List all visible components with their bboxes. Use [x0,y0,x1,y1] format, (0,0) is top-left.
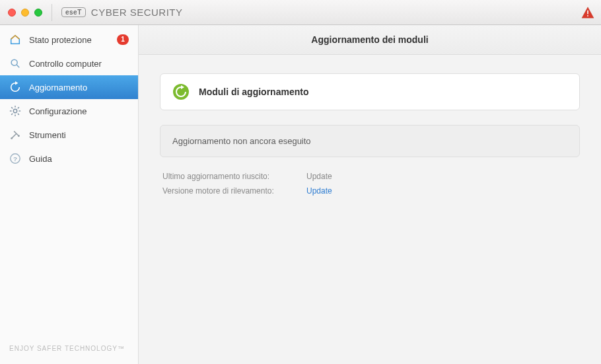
brand-logo: eseT [61,7,86,17]
sidebar-item-help[interactable]: ? Guida [0,147,138,170]
refresh-icon [9,81,21,93]
tools-icon [9,129,21,141]
engine-version-row: Versione motore di rilevamento: Update [162,184,577,198]
gear-icon [9,105,21,117]
svg-point-13 [11,137,13,139]
zoom-window-button[interactable] [34,9,42,17]
svg-line-11 [11,114,13,115]
brand-name: CYBER SECURITY [91,7,183,18]
refresh-circle-icon [172,83,190,100]
alert-icon[interactable] [581,7,594,18]
titlebar: eseT CYBER SECURITY [0,0,601,25]
svg-line-3 [17,65,20,68]
svg-text:?: ? [13,155,17,163]
svg-point-4 [13,109,17,112]
close-window-button[interactable] [8,9,16,17]
sidebar-item-label: Guida [29,154,129,164]
sidebar-item-label: Aggiornamento [29,83,129,92]
last-update-label: Ultimo aggiornamento riuscito: [162,169,295,184]
content-area: Moduli di aggiornamento Aggiornamento no… [139,55,601,217]
last-update-value: Update [306,169,332,184]
sidebar-item-computer-scan[interactable]: Controllo computer [0,52,138,75]
minimize-window-button[interactable] [21,9,29,17]
sidebar-item-protection-status[interactable]: Stato protezione 1 [0,28,138,52]
sidebar-item-update[interactable]: Aggiornamento [0,75,138,99]
footer-tagline: ENJOY SAFER TECHNOLOGY™ [0,336,138,364]
svg-rect-1 [587,15,588,17]
engine-version-link[interactable]: Update [306,184,332,198]
sidebar-item-tools[interactable]: Strumenti [0,123,138,147]
svg-point-14 [18,135,20,137]
update-modules-card[interactable]: Moduli di aggiornamento [160,73,580,110]
help-icon: ? [9,153,21,164]
sidebar-item-label: Strumenti [29,130,129,140]
engine-version-label: Versione motore di rilevamento: [162,184,295,198]
window-controls [8,9,42,17]
sidebar-item-label: Stato protezione [29,35,109,45]
nav: Stato protezione 1 Controllo computer Ag… [0,25,138,336]
sidebar-item-label: Controllo computer [29,59,129,69]
svg-line-9 [11,107,13,108]
sidebar-item-setup[interactable]: Configurazione [0,99,138,123]
page-title: Aggiornamento dei moduli [139,25,601,55]
update-status-box: Aggiornamento non ancora eseguito [160,125,580,157]
svg-rect-0 [587,10,588,14]
titlebar-separator [52,4,52,21]
update-modules-title: Moduli di aggiornamento [199,87,308,97]
last-successful-update-row: Ultimo aggiornamento riuscito: Update [162,169,577,184]
scan-icon [9,57,21,69]
sidebar-item-label: Configurazione [29,106,129,116]
svg-line-10 [18,114,19,115]
sidebar: Stato protezione 1 Controllo computer Ag… [0,25,139,364]
brand: eseT CYBER SECURITY [61,7,183,18]
notification-badge: 1 [117,34,129,45]
main-panel: Aggiornamento dei moduli Moduli di aggio… [139,25,601,364]
update-info: Ultimo aggiornamento riuscito: Update Ve… [160,169,580,198]
update-status-text: Aggiornamento non ancora eseguito [172,136,311,146]
home-icon [9,34,21,46]
svg-line-12 [18,107,19,108]
